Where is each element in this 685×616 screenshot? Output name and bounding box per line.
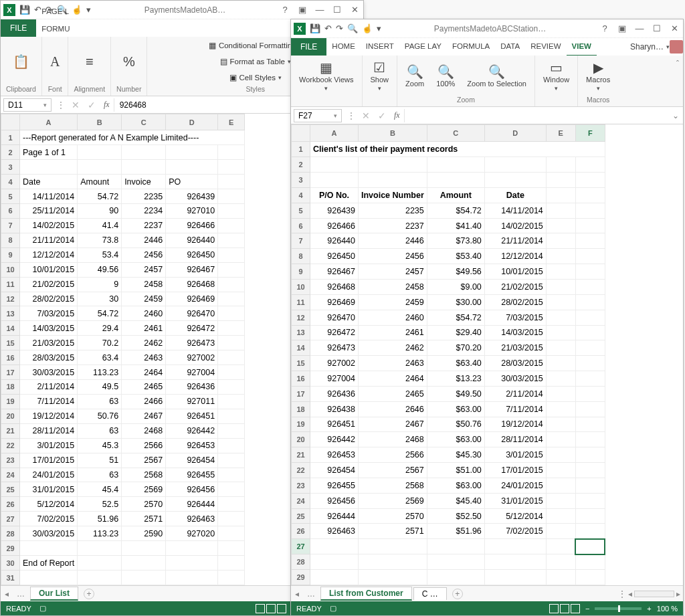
cell[interactable] xyxy=(122,160,166,175)
cell[interactable]: 926444 xyxy=(310,508,359,524)
tab-file[interactable]: FILE xyxy=(1,19,36,37)
cell[interactable] xyxy=(20,571,78,585)
cell[interactable]: 2567 xyxy=(359,463,427,478)
cell[interactable] xyxy=(218,262,245,277)
cell[interactable]: 927020 xyxy=(166,526,218,541)
cell[interactable]: 50.76 xyxy=(78,409,122,423)
cell[interactable]: 926440 xyxy=(310,233,359,249)
qat-customize-icon[interactable]: ▾ xyxy=(377,23,381,33)
cell[interactable]: 2460 xyxy=(122,306,166,321)
cell[interactable]: 2567 xyxy=(122,453,166,468)
user-name[interactable]: Sharyn… xyxy=(627,42,666,52)
zoom-to-selection-button[interactable]: 🔍Zoom to Selection xyxy=(464,64,529,89)
cell[interactable]: 2467 xyxy=(122,409,166,423)
add-sheet-icon[interactable]: + xyxy=(84,589,94,599)
cell[interactable]: 926463 xyxy=(166,512,218,526)
cell[interactable]: $52.50 xyxy=(427,508,484,524)
cell[interactable]: P/O No. xyxy=(310,187,359,203)
zoom-100-button[interactable]: 🔍100% xyxy=(433,64,458,89)
cell[interactable]: 2566 xyxy=(122,438,166,453)
macro-record-icon[interactable]: ▢ xyxy=(39,604,46,613)
enter-formula-icon[interactable]: ✓ xyxy=(84,100,100,110)
cell[interactable]: 926442 xyxy=(166,423,218,438)
alignment-button[interactable]: ≡ xyxy=(83,54,96,70)
maximize-icon[interactable]: ☐ xyxy=(651,23,663,33)
row-header[interactable]: 12 xyxy=(1,292,20,306)
cell[interactable]: 28/02/2015 xyxy=(484,294,546,310)
cell[interactable] xyxy=(78,541,122,556)
cell[interactable]: 927010 xyxy=(166,203,218,218)
row-header[interactable]: 10 xyxy=(1,262,20,277)
zoom-button[interactable]: 🔍Zoom xyxy=(403,64,427,89)
tab-pagel[interactable]: PAGE L xyxy=(36,3,75,20)
cell[interactable]: 14/02/2015 xyxy=(484,218,546,233)
cell[interactable]: 2463 xyxy=(122,350,166,365)
cell[interactable]: Page 1 of 1 xyxy=(20,145,78,160)
cell[interactable]: 70.2 xyxy=(78,336,122,350)
window-button[interactable]: ▭Window▾ xyxy=(541,60,572,93)
view-mode-buttons[interactable] xyxy=(549,604,580,613)
row-header[interactable]: 29 xyxy=(1,541,20,556)
cell[interactable]: 926467 xyxy=(166,262,218,277)
cell[interactable]: $63.00 xyxy=(427,401,484,417)
cell[interactable]: 52.5 xyxy=(78,497,122,512)
cell[interactable]: 2446 xyxy=(359,233,427,249)
cell[interactable] xyxy=(218,541,245,556)
row-header[interactable]: 7 xyxy=(1,218,20,233)
format-as-table-button[interactable]: ▤Format as Table▾ xyxy=(220,57,291,66)
cell[interactable] xyxy=(310,539,359,554)
cell[interactable]: 5/12/2014 xyxy=(20,497,78,512)
zoom-icon[interactable]: 🔍 xyxy=(347,23,358,33)
row-header[interactable]: 5 xyxy=(1,189,20,204)
cell[interactable]: 926436 xyxy=(310,386,359,401)
close-icon[interactable]: ✕ xyxy=(668,23,680,33)
cell[interactable]: 926468 xyxy=(166,277,218,292)
help-icon[interactable]: ? xyxy=(599,23,611,33)
cell[interactable]: 7/11/2014 xyxy=(484,401,546,417)
cell[interactable] xyxy=(218,145,245,160)
tab-formula[interactable]: FORMULA xyxy=(447,37,495,56)
cell[interactable]: 926463 xyxy=(310,524,359,539)
row-header[interactable]: 11 xyxy=(1,277,20,292)
cell[interactable]: 2571 xyxy=(359,524,427,539)
cell[interactable]: 2462 xyxy=(359,340,427,356)
row-header[interactable]: 25 xyxy=(1,482,20,497)
sheet-nav-first-icon[interactable]: ◂ xyxy=(1,589,13,599)
col-header[interactable]: D xyxy=(166,114,218,130)
cell[interactable]: 2237 xyxy=(359,218,427,233)
cell[interactable]: $54.72 xyxy=(427,203,484,218)
cell[interactable]: 2590 xyxy=(122,526,166,541)
cell[interactable]: 926472 xyxy=(310,325,359,340)
cell[interactable]: 926453 xyxy=(166,438,218,453)
cell[interactable]: 19/12/2014 xyxy=(20,409,78,423)
cell[interactable]: 30/03/2015 xyxy=(484,371,546,387)
cell[interactable]: 2458 xyxy=(122,277,166,292)
cell[interactable] xyxy=(20,541,78,556)
row-header[interactable]: 2 xyxy=(1,145,20,160)
cell[interactable]: 2460 xyxy=(359,310,427,325)
cell[interactable]: 21/02/2015 xyxy=(20,277,78,292)
cell[interactable]: 927002 xyxy=(310,356,359,371)
cell[interactable] xyxy=(427,539,484,554)
cell[interactable]: 2461 xyxy=(359,325,427,340)
cell[interactable] xyxy=(166,145,218,160)
cell[interactable]: 2234 xyxy=(122,203,166,218)
workbook-views-button[interactable]: ▦Workbook Views▾ xyxy=(296,60,357,93)
cell[interactable] xyxy=(218,512,245,526)
cell[interactable]: $49.56 xyxy=(427,264,484,280)
formula-value[interactable] xyxy=(404,109,668,122)
cell[interactable]: Amount xyxy=(78,175,122,189)
cell[interactable]: 926454 xyxy=(310,463,359,478)
row-header[interactable]: 15 xyxy=(1,336,20,350)
save-icon[interactable]: 💾 xyxy=(19,5,30,15)
cell[interactable]: 28/03/2015 xyxy=(484,356,546,371)
cell[interactable]: 2457 xyxy=(359,264,427,280)
row-header[interactable]: 14 xyxy=(1,321,20,336)
cell[interactable]: 28/02/2015 xyxy=(20,292,78,306)
maximize-icon[interactable]: ☐ xyxy=(331,5,343,15)
cell[interactable]: 926469 xyxy=(166,292,218,306)
row-header[interactable]: 6 xyxy=(1,203,20,218)
row-header[interactable]: 31 xyxy=(1,571,20,585)
cell[interactable]: 2458 xyxy=(359,279,427,294)
cell[interactable] xyxy=(78,145,122,160)
